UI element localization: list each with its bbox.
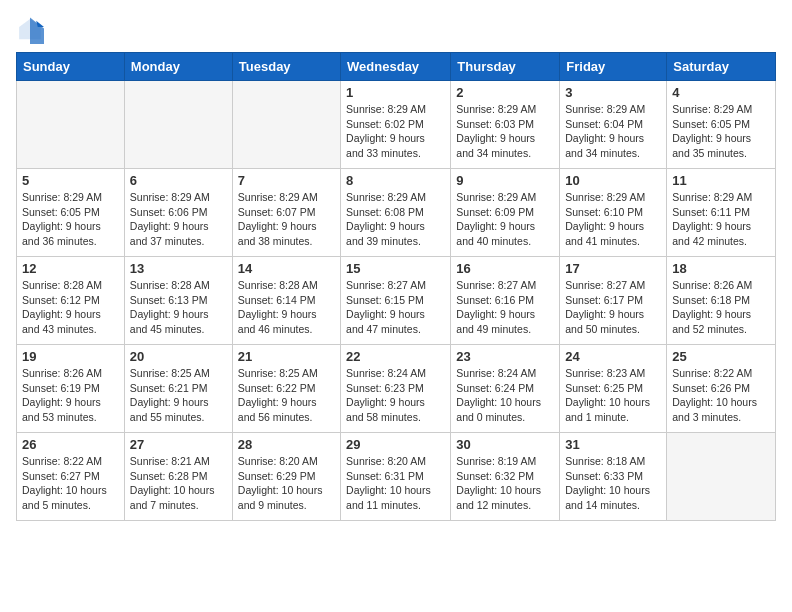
day-info: Sunrise: 8:27 AM Sunset: 6:17 PM Dayligh… [565, 278, 661, 337]
day-number: 20 [130, 349, 227, 364]
day-cell: 25Sunrise: 8:22 AM Sunset: 6:26 PM Dayli… [667, 345, 776, 433]
day-number: 31 [565, 437, 661, 452]
day-number: 1 [346, 85, 445, 100]
day-cell: 18Sunrise: 8:26 AM Sunset: 6:18 PM Dayli… [667, 257, 776, 345]
day-number: 11 [672, 173, 770, 188]
day-info: Sunrise: 8:22 AM Sunset: 6:27 PM Dayligh… [22, 454, 119, 513]
logo-icon [16, 16, 44, 44]
day-info: Sunrise: 8:26 AM Sunset: 6:18 PM Dayligh… [672, 278, 770, 337]
day-number: 3 [565, 85, 661, 100]
day-info: Sunrise: 8:20 AM Sunset: 6:31 PM Dayligh… [346, 454, 445, 513]
day-info: Sunrise: 8:20 AM Sunset: 6:29 PM Dayligh… [238, 454, 335, 513]
day-number: 6 [130, 173, 227, 188]
day-number: 23 [456, 349, 554, 364]
day-info: Sunrise: 8:22 AM Sunset: 6:26 PM Dayligh… [672, 366, 770, 425]
day-cell: 7Sunrise: 8:29 AM Sunset: 6:07 PM Daylig… [232, 169, 340, 257]
day-number: 30 [456, 437, 554, 452]
day-number: 22 [346, 349, 445, 364]
weekday-header-saturday: Saturday [667, 53, 776, 81]
day-number: 16 [456, 261, 554, 276]
day-number: 12 [22, 261, 119, 276]
day-number: 10 [565, 173, 661, 188]
day-info: Sunrise: 8:26 AM Sunset: 6:19 PM Dayligh… [22, 366, 119, 425]
day-cell: 28Sunrise: 8:20 AM Sunset: 6:29 PM Dayli… [232, 433, 340, 521]
day-cell: 22Sunrise: 8:24 AM Sunset: 6:23 PM Dayli… [341, 345, 451, 433]
day-cell [232, 81, 340, 169]
logo [16, 16, 48, 44]
day-info: Sunrise: 8:28 AM Sunset: 6:14 PM Dayligh… [238, 278, 335, 337]
calendar-table: SundayMondayTuesdayWednesdayThursdayFrid… [16, 52, 776, 521]
day-cell: 12Sunrise: 8:28 AM Sunset: 6:12 PM Dayli… [17, 257, 125, 345]
day-info: Sunrise: 8:29 AM Sunset: 6:05 PM Dayligh… [672, 102, 770, 161]
day-info: Sunrise: 8:29 AM Sunset: 6:09 PM Dayligh… [456, 190, 554, 249]
weekday-header-row: SundayMondayTuesdayWednesdayThursdayFrid… [17, 53, 776, 81]
day-info: Sunrise: 8:28 AM Sunset: 6:12 PM Dayligh… [22, 278, 119, 337]
day-cell: 19Sunrise: 8:26 AM Sunset: 6:19 PM Dayli… [17, 345, 125, 433]
weekday-header-sunday: Sunday [17, 53, 125, 81]
day-cell: 3Sunrise: 8:29 AM Sunset: 6:04 PM Daylig… [560, 81, 667, 169]
day-number: 18 [672, 261, 770, 276]
day-info: Sunrise: 8:24 AM Sunset: 6:24 PM Dayligh… [456, 366, 554, 425]
day-info: Sunrise: 8:27 AM Sunset: 6:15 PM Dayligh… [346, 278, 445, 337]
day-cell: 31Sunrise: 8:18 AM Sunset: 6:33 PM Dayli… [560, 433, 667, 521]
day-cell: 5Sunrise: 8:29 AM Sunset: 6:05 PM Daylig… [17, 169, 125, 257]
day-info: Sunrise: 8:29 AM Sunset: 6:02 PM Dayligh… [346, 102, 445, 161]
day-cell: 17Sunrise: 8:27 AM Sunset: 6:17 PM Dayli… [560, 257, 667, 345]
day-info: Sunrise: 8:18 AM Sunset: 6:33 PM Dayligh… [565, 454, 661, 513]
day-info: Sunrise: 8:25 AM Sunset: 6:22 PM Dayligh… [238, 366, 335, 425]
day-cell: 6Sunrise: 8:29 AM Sunset: 6:06 PM Daylig… [124, 169, 232, 257]
day-info: Sunrise: 8:23 AM Sunset: 6:25 PM Dayligh… [565, 366, 661, 425]
weekday-header-monday: Monday [124, 53, 232, 81]
day-cell: 10Sunrise: 8:29 AM Sunset: 6:10 PM Dayli… [560, 169, 667, 257]
day-number: 2 [456, 85, 554, 100]
day-cell: 27Sunrise: 8:21 AM Sunset: 6:28 PM Dayli… [124, 433, 232, 521]
day-cell: 8Sunrise: 8:29 AM Sunset: 6:08 PM Daylig… [341, 169, 451, 257]
day-cell: 29Sunrise: 8:20 AM Sunset: 6:31 PM Dayli… [341, 433, 451, 521]
day-cell: 20Sunrise: 8:25 AM Sunset: 6:21 PM Dayli… [124, 345, 232, 433]
day-cell: 14Sunrise: 8:28 AM Sunset: 6:14 PM Dayli… [232, 257, 340, 345]
day-cell [667, 433, 776, 521]
week-row-3: 12Sunrise: 8:28 AM Sunset: 6:12 PM Dayli… [17, 257, 776, 345]
day-info: Sunrise: 8:21 AM Sunset: 6:28 PM Dayligh… [130, 454, 227, 513]
day-info: Sunrise: 8:29 AM Sunset: 6:08 PM Dayligh… [346, 190, 445, 249]
day-info: Sunrise: 8:29 AM Sunset: 6:05 PM Dayligh… [22, 190, 119, 249]
day-cell: 15Sunrise: 8:27 AM Sunset: 6:15 PM Dayli… [341, 257, 451, 345]
day-cell [17, 81, 125, 169]
day-number: 27 [130, 437, 227, 452]
day-info: Sunrise: 8:29 AM Sunset: 6:07 PM Dayligh… [238, 190, 335, 249]
day-info: Sunrise: 8:19 AM Sunset: 6:32 PM Dayligh… [456, 454, 554, 513]
weekday-header-wednesday: Wednesday [341, 53, 451, 81]
day-info: Sunrise: 8:28 AM Sunset: 6:13 PM Dayligh… [130, 278, 227, 337]
day-number: 26 [22, 437, 119, 452]
weekday-header-friday: Friday [560, 53, 667, 81]
day-number: 19 [22, 349, 119, 364]
day-number: 17 [565, 261, 661, 276]
day-cell: 4Sunrise: 8:29 AM Sunset: 6:05 PM Daylig… [667, 81, 776, 169]
day-cell: 13Sunrise: 8:28 AM Sunset: 6:13 PM Dayli… [124, 257, 232, 345]
day-cell: 2Sunrise: 8:29 AM Sunset: 6:03 PM Daylig… [451, 81, 560, 169]
day-info: Sunrise: 8:29 AM Sunset: 6:03 PM Dayligh… [456, 102, 554, 161]
day-cell [124, 81, 232, 169]
day-number: 28 [238, 437, 335, 452]
day-number: 25 [672, 349, 770, 364]
day-info: Sunrise: 8:29 AM Sunset: 6:11 PM Dayligh… [672, 190, 770, 249]
day-number: 7 [238, 173, 335, 188]
day-info: Sunrise: 8:29 AM Sunset: 6:06 PM Dayligh… [130, 190, 227, 249]
page-header [16, 16, 776, 44]
day-info: Sunrise: 8:24 AM Sunset: 6:23 PM Dayligh… [346, 366, 445, 425]
day-number: 9 [456, 173, 554, 188]
day-number: 5 [22, 173, 119, 188]
week-row-2: 5Sunrise: 8:29 AM Sunset: 6:05 PM Daylig… [17, 169, 776, 257]
day-cell: 21Sunrise: 8:25 AM Sunset: 6:22 PM Dayli… [232, 345, 340, 433]
day-number: 8 [346, 173, 445, 188]
day-info: Sunrise: 8:29 AM Sunset: 6:10 PM Dayligh… [565, 190, 661, 249]
day-number: 14 [238, 261, 335, 276]
day-cell: 30Sunrise: 8:19 AM Sunset: 6:32 PM Dayli… [451, 433, 560, 521]
day-number: 4 [672, 85, 770, 100]
day-info: Sunrise: 8:25 AM Sunset: 6:21 PM Dayligh… [130, 366, 227, 425]
week-row-5: 26Sunrise: 8:22 AM Sunset: 6:27 PM Dayli… [17, 433, 776, 521]
day-cell: 23Sunrise: 8:24 AM Sunset: 6:24 PM Dayli… [451, 345, 560, 433]
day-number: 15 [346, 261, 445, 276]
day-info: Sunrise: 8:27 AM Sunset: 6:16 PM Dayligh… [456, 278, 554, 337]
weekday-header-thursday: Thursday [451, 53, 560, 81]
